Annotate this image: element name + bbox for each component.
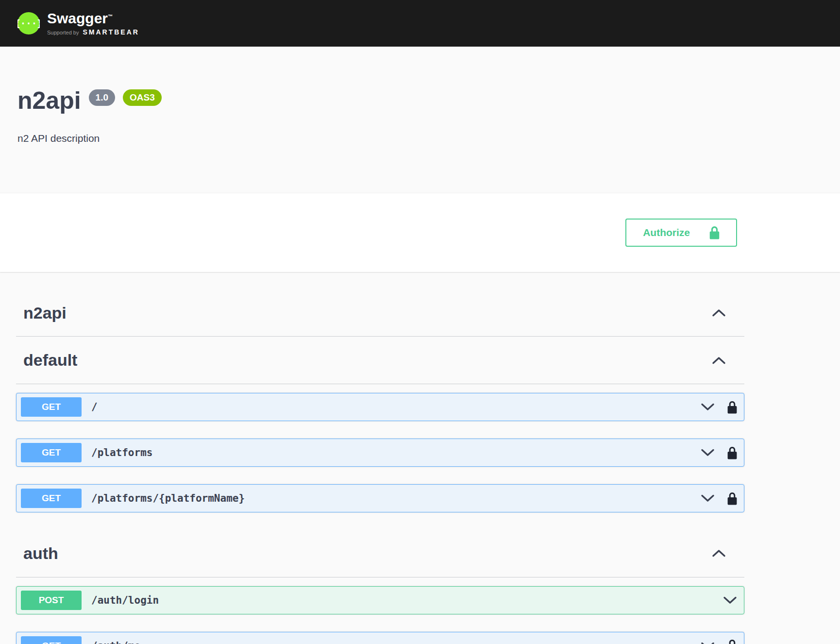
operation-path: /auth/login <box>91 594 159 606</box>
chevron-down-icon[interactable] <box>701 403 715 411</box>
authorize-button[interactable]: Authorize <box>625 219 737 247</box>
operation-row[interactable]: GET/auth/me <box>16 632 744 644</box>
operation-path: / <box>91 401 98 413</box>
scheme-container: Authorize <box>0 193 840 272</box>
tag-label: n2api <box>23 303 67 323</box>
info-section: n2api 1.0 OAS3 n2 API description <box>0 47 840 193</box>
api-description: n2 API description <box>17 133 823 144</box>
tag-label: default <box>23 350 77 370</box>
tag-section-default: defaultGET/GET/platformsGET/platforms/{p… <box>16 337 744 512</box>
lock-icon[interactable] <box>727 446 737 459</box>
lock-icon[interactable] <box>727 492 737 505</box>
chevron-up-icon[interactable] <box>712 309 726 317</box>
swagger-logo-icon: {···} <box>17 12 40 34</box>
title-row: n2api 1.0 OAS3 <box>17 85 823 116</box>
chevron-down-icon[interactable] <box>701 449 715 457</box>
operation-list: POST/auth/loginGET/auth/me <box>16 577 744 644</box>
method-badge: POST <box>21 591 82 610</box>
chevron-up-icon[interactable] <box>712 549 726 557</box>
method-badge: GET <box>21 443 82 462</box>
operation-row[interactable]: GET/platforms/{platformName} <box>16 484 744 512</box>
swagger-logo-link[interactable]: {···} Swagger™ Supported by SMARTBEAR <box>17 11 139 36</box>
api-title: n2api <box>17 85 81 116</box>
svg-text:{···}: {···} <box>17 18 40 29</box>
brand-block: Swagger™ Supported by SMARTBEAR <box>47 11 139 36</box>
supported-by-block: Supported by SMARTBEAR <box>47 28 139 36</box>
operation-row[interactable]: GET/ <box>16 393 744 421</box>
smartbear-logo: SMARTBEAR <box>83 28 139 36</box>
authorize-label: Authorize <box>643 227 690 238</box>
tag-header-default[interactable]: default <box>16 337 744 384</box>
chevron-down-icon[interactable] <box>701 642 715 644</box>
version-badge: 1.0 <box>89 89 115 106</box>
brand-name: Swagger™ <box>47 11 139 26</box>
topbar: {···} Swagger™ Supported by SMARTBEAR <box>0 0 840 47</box>
chevron-down-icon[interactable] <box>701 494 715 502</box>
operation-row[interactable]: GET/platforms <box>16 439 744 467</box>
method-badge: GET <box>21 397 82 417</box>
tag-section-n2api: n2api <box>16 289 744 337</box>
tag-label: auth <box>23 543 58 563</box>
operation-row[interactable]: POST/auth/login <box>16 586 744 614</box>
tag-header-auth[interactable]: auth <box>16 530 744 577</box>
operation-path: /platforms/{platformName} <box>91 492 245 504</box>
method-badge: GET <box>21 636 82 644</box>
tag-section-auth: authPOST/auth/loginGET/auth/me <box>16 530 744 644</box>
lock-icon <box>709 226 720 239</box>
trademark: ™ <box>108 14 113 19</box>
supported-by-label: Supported by <box>47 30 79 35</box>
method-badge: GET <box>21 489 82 508</box>
lock-icon[interactable] <box>727 401 737 414</box>
operations: n2apidefaultGET/GET/platformsGET/platfor… <box>16 272 744 644</box>
oas3-badge: OAS3 <box>123 89 162 106</box>
tag-header-n2api[interactable]: n2api <box>16 289 744 337</box>
lock-icon[interactable] <box>727 639 737 644</box>
chevron-down-icon[interactable] <box>723 596 737 604</box>
chevron-up-icon[interactable] <box>712 356 726 364</box>
operation-list: GET/GET/platformsGET/platforms/{platform… <box>16 384 744 512</box>
auth-wrapper: Authorize <box>16 219 744 247</box>
operation-path: /platforms <box>91 447 152 458</box>
operation-path: /auth/me <box>91 640 140 644</box>
